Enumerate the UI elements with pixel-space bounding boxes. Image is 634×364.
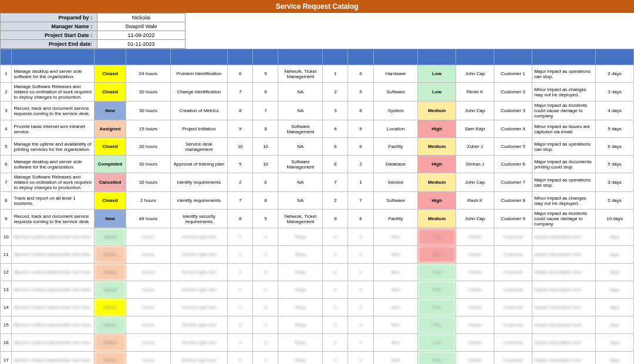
cell-customer: Customer 2 <box>494 83 532 102</box>
cell-blurred: Impact description text <box>532 264 595 281</box>
cell-blurred: Prio <box>418 228 456 246</box>
cell-blurred: Impact description text <box>532 228 595 246</box>
cell-owner: Renin K <box>456 83 494 102</box>
cell-blurred: Impact description text <box>532 316 595 334</box>
cell-blurred: Resp <box>278 334 323 352</box>
cell-blurred: Hours <box>126 228 171 246</box>
cell-owner: Sam Kajn <box>456 120 494 138</box>
column-header: Critical <box>253 49 278 65</box>
table-row-blurred: 13Blurred content placeholder text hereS… <box>1 281 634 299</box>
column-header: Decision <box>323 49 348 65</box>
cell-critical: 10 <box>253 138 278 156</box>
cell-impact: Major impact as incidents could cause da… <box>532 210 595 228</box>
cell-business-hours: 10 <box>228 138 253 156</box>
cell-blurred: Impact description text <box>532 352 595 365</box>
column-header: Customer <box>494 49 532 65</box>
cell-customer: Customer 6 <box>494 156 532 173</box>
cell-description: Track and report on all level 1 incident… <box>12 192 95 210</box>
cell-ci: Database <box>373 156 418 173</box>
catalog-grid: NoService DescriptionStatusAvailabilityS… <box>0 49 634 364</box>
cell-blurred: Status <box>95 352 126 365</box>
row-number: 11 <box>1 246 12 264</box>
cell-priority: Low <box>418 65 456 83</box>
cell-blurred: 0 <box>228 299 253 316</box>
cell-decision: 3 <box>323 102 348 120</box>
cell-sla: 2 days <box>595 192 633 210</box>
cell-service-type: Problem Identification <box>170 65 227 83</box>
cell-owner: Zuber J <box>456 138 494 156</box>
cell-availability: 30 hours <box>126 138 171 156</box>
cell-business-hours: 6 <box>228 65 253 83</box>
cell-business-hours: 7 <box>228 192 253 210</box>
table-row: 6Manage desktop and server side software… <box>1 156 634 173</box>
row-number: 3 <box>1 102 12 120</box>
cell-owner: John Cap <box>456 173 494 192</box>
cell-blurred: Blurred content placeholder text here <box>12 264 95 281</box>
cell-blurred: 0 <box>228 281 253 299</box>
cell-service-type: Project Initiation <box>170 120 227 138</box>
column-header: SLA <box>595 49 633 65</box>
cell-ci: Hardware <box>373 65 418 83</box>
cell-blurred: 0 <box>323 228 348 246</box>
cell-critical: 7 <box>253 102 278 120</box>
cell-blurred: Hours <box>126 352 171 365</box>
cell-blurred: Item <box>373 228 418 246</box>
cell-blurred: 0 <box>323 334 348 352</box>
cell-decision: 2 <box>323 83 348 102</box>
cell-description: Provide basic internet and intranet serv… <box>12 120 95 138</box>
cell-blurred: Owner <box>456 352 494 365</box>
cell-business-hours: 7 <box>228 83 253 102</box>
cell-blurred: Item <box>373 316 418 334</box>
cell-critical: 10 <box>253 156 278 173</box>
cell-blurred: Hours <box>126 264 171 281</box>
cell-blurred: Owner <box>456 299 494 316</box>
table-row: 3Record, track and document service requ… <box>1 102 634 120</box>
cell-description: Manage Software Releases and related co-… <box>12 173 95 192</box>
cell-responsible: Software Management <box>278 120 323 138</box>
cell-volume: 5 <box>348 83 373 102</box>
row-number: 14 <box>1 299 12 316</box>
row-number: 7 <box>1 173 12 192</box>
row-number: 12 <box>1 264 12 281</box>
cell-description: Manage the uptime and availability of pr… <box>12 138 95 156</box>
cell-service-type: Change identification <box>170 83 227 102</box>
row-number: 5 <box>1 138 12 156</box>
cell-volume: 8 <box>348 102 373 120</box>
table-row: 4Provide basic internet and intranet ser… <box>1 120 634 138</box>
cell-critical: 8 <box>253 120 278 138</box>
cell-priority: High <box>418 192 456 210</box>
cell-service-type: Identify security requirements <box>170 210 227 228</box>
meta-prepared-value: Nickolai <box>97 14 186 22</box>
cell-status: Assigned <box>95 120 126 138</box>
cell-blurred: Customer <box>494 264 532 281</box>
cell-priority: High <box>418 156 456 173</box>
row-number: 8 <box>1 192 12 210</box>
cell-responsible: NA <box>278 173 323 192</box>
table-row-blurred: 11Blurred content placeholder text hereS… <box>1 246 634 264</box>
cell-blurred: 0 <box>323 299 348 316</box>
cell-ci: Software <box>373 192 418 210</box>
cell-blurred: Prio <box>418 299 456 316</box>
cell-availability: 48 hours <box>126 210 171 228</box>
table-row: 9Record, track and document service requ… <box>1 210 634 228</box>
page-title: Service Request Catalog <box>0 0 634 13</box>
cell-responsible: NA <box>278 192 323 210</box>
cell-owner: Rash K <box>456 192 494 210</box>
cell-blurred: Resp <box>278 246 323 264</box>
cell-blurred: 0 <box>253 264 278 281</box>
cell-availability: 15 hours <box>126 120 171 138</box>
cell-decision: 1 <box>323 65 348 83</box>
column-header: Owner <box>456 49 494 65</box>
table-row: 2Manage Software Releases and related co… <box>1 83 634 102</box>
cell-blurred: 0 <box>348 228 373 246</box>
cell-priority: Low <box>418 83 456 102</box>
cell-blurred: Resp <box>278 281 323 299</box>
cell-description: Manage Software Releases and related co-… <box>12 83 95 102</box>
row-number: 15 <box>1 316 12 334</box>
cell-ci: Facility <box>373 210 418 228</box>
cell-impact: Major impact as incidents could cause da… <box>532 102 595 120</box>
cell-description: Manage desktop and server side software … <box>12 65 95 83</box>
cell-service-type: Creation of Metrics <box>170 102 227 120</box>
cell-availability: 2 hours <box>126 192 171 210</box>
cell-decision: 2 <box>323 192 348 210</box>
